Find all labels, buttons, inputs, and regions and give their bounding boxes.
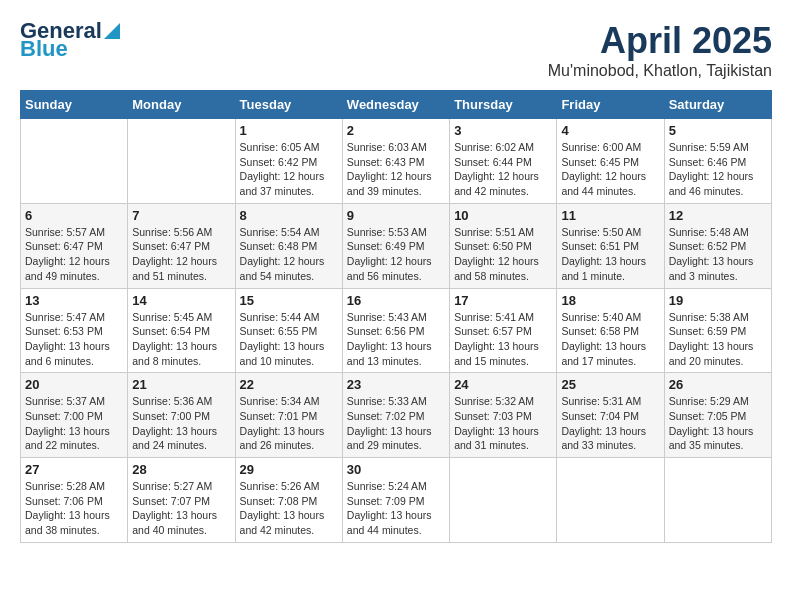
calendar-cell: 6Sunrise: 5:57 AM Sunset: 6:47 PM Daylig… — [21, 203, 128, 288]
calendar-week-row: 27Sunrise: 5:28 AM Sunset: 7:06 PM Dayli… — [21, 458, 772, 543]
day-number: 21 — [132, 377, 230, 392]
day-number: 30 — [347, 462, 445, 477]
calendar-header-sunday: Sunday — [21, 91, 128, 119]
calendar-table: SundayMondayTuesdayWednesdayThursdayFrid… — [20, 90, 772, 543]
calendar-cell — [664, 458, 771, 543]
calendar-cell — [450, 458, 557, 543]
day-number: 18 — [561, 293, 659, 308]
day-number: 6 — [25, 208, 123, 223]
day-detail: Sunrise: 5:51 AM Sunset: 6:50 PM Dayligh… — [454, 225, 552, 284]
calendar-cell: 1Sunrise: 6:05 AM Sunset: 6:42 PM Daylig… — [235, 119, 342, 204]
day-detail: Sunrise: 5:24 AM Sunset: 7:09 PM Dayligh… — [347, 479, 445, 538]
day-number: 17 — [454, 293, 552, 308]
day-number: 28 — [132, 462, 230, 477]
calendar-cell: 10Sunrise: 5:51 AM Sunset: 6:50 PM Dayli… — [450, 203, 557, 288]
calendar-cell: 3Sunrise: 6:02 AM Sunset: 6:44 PM Daylig… — [450, 119, 557, 204]
calendar-cell: 4Sunrise: 6:00 AM Sunset: 6:45 PM Daylig… — [557, 119, 664, 204]
day-detail: Sunrise: 5:28 AM Sunset: 7:06 PM Dayligh… — [25, 479, 123, 538]
day-detail: Sunrise: 5:32 AM Sunset: 7:03 PM Dayligh… — [454, 394, 552, 453]
day-number: 13 — [25, 293, 123, 308]
calendar-header-thursday: Thursday — [450, 91, 557, 119]
calendar-cell: 29Sunrise: 5:26 AM Sunset: 7:08 PM Dayli… — [235, 458, 342, 543]
calendar-cell — [557, 458, 664, 543]
day-number: 29 — [240, 462, 338, 477]
day-detail: Sunrise: 5:26 AM Sunset: 7:08 PM Dayligh… — [240, 479, 338, 538]
day-number: 5 — [669, 123, 767, 138]
calendar-header-friday: Friday — [557, 91, 664, 119]
calendar-cell: 12Sunrise: 5:48 AM Sunset: 6:52 PM Dayli… — [664, 203, 771, 288]
page-subtitle: Mu'minobod, Khatlon, Tajikistan — [548, 62, 772, 80]
day-detail: Sunrise: 5:34 AM Sunset: 7:01 PM Dayligh… — [240, 394, 338, 453]
day-detail: Sunrise: 5:31 AM Sunset: 7:04 PM Dayligh… — [561, 394, 659, 453]
logo-blue: Blue — [20, 38, 68, 60]
calendar-cell: 16Sunrise: 5:43 AM Sunset: 6:56 PM Dayli… — [342, 288, 449, 373]
calendar-week-row: 6Sunrise: 5:57 AM Sunset: 6:47 PM Daylig… — [21, 203, 772, 288]
calendar-cell: 28Sunrise: 5:27 AM Sunset: 7:07 PM Dayli… — [128, 458, 235, 543]
page-title: April 2025 — [548, 20, 772, 62]
day-number: 11 — [561, 208, 659, 223]
calendar-cell: 19Sunrise: 5:38 AM Sunset: 6:59 PM Dayli… — [664, 288, 771, 373]
calendar-cell: 13Sunrise: 5:47 AM Sunset: 6:53 PM Dayli… — [21, 288, 128, 373]
calendar-header-monday: Monday — [128, 91, 235, 119]
calendar-cell — [21, 119, 128, 204]
day-detail: Sunrise: 5:54 AM Sunset: 6:48 PM Dayligh… — [240, 225, 338, 284]
calendar-cell: 9Sunrise: 5:53 AM Sunset: 6:49 PM Daylig… — [342, 203, 449, 288]
calendar-header-wednesday: Wednesday — [342, 91, 449, 119]
day-number: 1 — [240, 123, 338, 138]
calendar-cell: 30Sunrise: 5:24 AM Sunset: 7:09 PM Dayli… — [342, 458, 449, 543]
calendar-header-saturday: Saturday — [664, 91, 771, 119]
day-detail: Sunrise: 6:00 AM Sunset: 6:45 PM Dayligh… — [561, 140, 659, 199]
day-detail: Sunrise: 6:05 AM Sunset: 6:42 PM Dayligh… — [240, 140, 338, 199]
calendar-cell: 15Sunrise: 5:44 AM Sunset: 6:55 PM Dayli… — [235, 288, 342, 373]
day-detail: Sunrise: 5:59 AM Sunset: 6:46 PM Dayligh… — [669, 140, 767, 199]
day-detail: Sunrise: 5:57 AM Sunset: 6:47 PM Dayligh… — [25, 225, 123, 284]
day-detail: Sunrise: 5:48 AM Sunset: 6:52 PM Dayligh… — [669, 225, 767, 284]
calendar-cell: 2Sunrise: 6:03 AM Sunset: 6:43 PM Daylig… — [342, 119, 449, 204]
day-detail: Sunrise: 5:50 AM Sunset: 6:51 PM Dayligh… — [561, 225, 659, 284]
day-number: 15 — [240, 293, 338, 308]
calendar-cell: 22Sunrise: 5:34 AM Sunset: 7:01 PM Dayli… — [235, 373, 342, 458]
day-detail: Sunrise: 5:33 AM Sunset: 7:02 PM Dayligh… — [347, 394, 445, 453]
day-number: 4 — [561, 123, 659, 138]
day-number: 26 — [669, 377, 767, 392]
day-detail: Sunrise: 5:29 AM Sunset: 7:05 PM Dayligh… — [669, 394, 767, 453]
day-number: 24 — [454, 377, 552, 392]
day-detail: Sunrise: 6:02 AM Sunset: 6:44 PM Dayligh… — [454, 140, 552, 199]
day-number: 7 — [132, 208, 230, 223]
day-detail: Sunrise: 5:38 AM Sunset: 6:59 PM Dayligh… — [669, 310, 767, 369]
page-header: General Blue April 2025 Mu'minobod, Khat… — [20, 20, 772, 80]
day-number: 10 — [454, 208, 552, 223]
calendar-cell: 24Sunrise: 5:32 AM Sunset: 7:03 PM Dayli… — [450, 373, 557, 458]
day-number: 16 — [347, 293, 445, 308]
calendar-cell: 25Sunrise: 5:31 AM Sunset: 7:04 PM Dayli… — [557, 373, 664, 458]
day-detail: Sunrise: 5:36 AM Sunset: 7:00 PM Dayligh… — [132, 394, 230, 453]
calendar-cell: 8Sunrise: 5:54 AM Sunset: 6:48 PM Daylig… — [235, 203, 342, 288]
day-detail: Sunrise: 6:03 AM Sunset: 6:43 PM Dayligh… — [347, 140, 445, 199]
calendar-cell: 5Sunrise: 5:59 AM Sunset: 6:46 PM Daylig… — [664, 119, 771, 204]
calendar-cell: 23Sunrise: 5:33 AM Sunset: 7:02 PM Dayli… — [342, 373, 449, 458]
calendar-cell: 11Sunrise: 5:50 AM Sunset: 6:51 PM Dayli… — [557, 203, 664, 288]
day-number: 19 — [669, 293, 767, 308]
calendar-cell: 14Sunrise: 5:45 AM Sunset: 6:54 PM Dayli… — [128, 288, 235, 373]
calendar-week-row: 13Sunrise: 5:47 AM Sunset: 6:53 PM Dayli… — [21, 288, 772, 373]
calendar-cell: 18Sunrise: 5:40 AM Sunset: 6:58 PM Dayli… — [557, 288, 664, 373]
calendar-cell: 27Sunrise: 5:28 AM Sunset: 7:06 PM Dayli… — [21, 458, 128, 543]
day-number: 2 — [347, 123, 445, 138]
calendar-cell: 21Sunrise: 5:36 AM Sunset: 7:00 PM Dayli… — [128, 373, 235, 458]
day-detail: Sunrise: 5:44 AM Sunset: 6:55 PM Dayligh… — [240, 310, 338, 369]
day-number: 9 — [347, 208, 445, 223]
day-number: 12 — [669, 208, 767, 223]
day-number: 14 — [132, 293, 230, 308]
day-detail: Sunrise: 5:37 AM Sunset: 7:00 PM Dayligh… — [25, 394, 123, 453]
calendar-week-row: 1Sunrise: 6:05 AM Sunset: 6:42 PM Daylig… — [21, 119, 772, 204]
day-number: 3 — [454, 123, 552, 138]
logo: General Blue — [20, 20, 120, 60]
day-number: 22 — [240, 377, 338, 392]
day-number: 23 — [347, 377, 445, 392]
calendar-cell: 26Sunrise: 5:29 AM Sunset: 7:05 PM Dayli… — [664, 373, 771, 458]
day-detail: Sunrise: 5:43 AM Sunset: 6:56 PM Dayligh… — [347, 310, 445, 369]
day-number: 8 — [240, 208, 338, 223]
calendar-header-row: SundayMondayTuesdayWednesdayThursdayFrid… — [21, 91, 772, 119]
day-detail: Sunrise: 5:53 AM Sunset: 6:49 PM Dayligh… — [347, 225, 445, 284]
day-detail: Sunrise: 5:41 AM Sunset: 6:57 PM Dayligh… — [454, 310, 552, 369]
